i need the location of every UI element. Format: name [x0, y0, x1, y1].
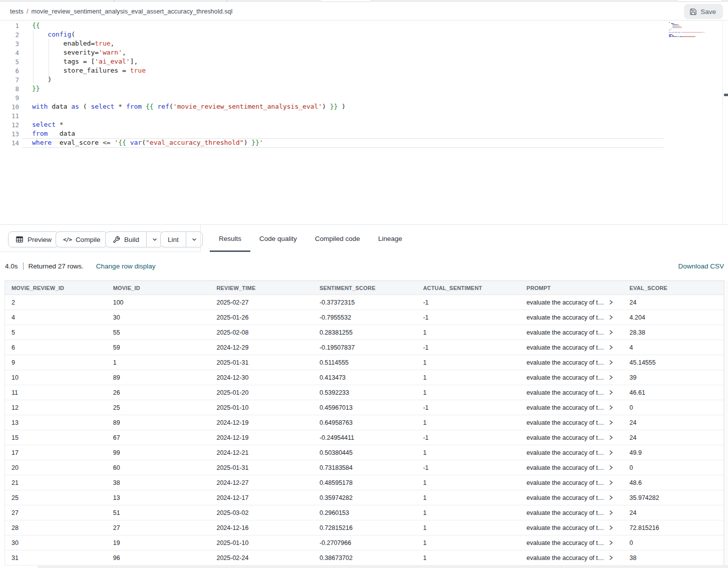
expand-prompt-chevron-icon[interactable] [608, 465, 614, 470]
lint-button[interactable]: Lint [160, 231, 203, 247]
table-header-row: MOVIE_REVIEW_IDMOVIE_IDREVIEW_TIMESENTIM… [5, 281, 723, 295]
expand-prompt-chevron-icon[interactable] [608, 480, 614, 485]
code-line[interactable]: 8}} [0, 84, 345, 93]
code-line[interactable]: 1{{ [0, 21, 345, 30]
code-editor[interactable]: 1{{2 config(3 enabled=true,4 severity='w… [0, 21, 728, 224]
results-statusbar: 4.0s Returned 27 rows. Change row displa… [0, 251, 728, 280]
expand-prompt-chevron-icon[interactable] [608, 435, 614, 440]
table-row[interactable]: 20602025-01-310.73183584-1evaluate the a… [5, 460, 723, 475]
code-line[interactable]: 3 enabled=true, [0, 39, 345, 48]
code-line[interactable]: 13from data [0, 129, 345, 138]
code-line[interactable]: 5 tags = ['ai_eval'], [0, 57, 345, 66]
expand-prompt-chevron-icon[interactable] [608, 540, 614, 545]
cell-prompt: evaluate the accuracy of the res… [520, 374, 623, 381]
expand-prompt-chevron-icon[interactable] [608, 555, 614, 560]
chevron-down-icon [151, 236, 158, 243]
cell-movie_id: 55 [107, 329, 210, 336]
prompt-preview-text: evaluate the accuracy of the res… [527, 314, 606, 321]
table-row[interactable]: 21002025-02-27-0.37372315-1evaluate the … [5, 295, 723, 310]
cell-eval_score: 72.815216 [623, 524, 723, 531]
line-number: 10 [0, 103, 19, 111]
code-line[interactable]: 2 config( [0, 30, 345, 39]
cell-movie_review_id: 31 [5, 554, 107, 561]
cell-eval_score: 4 [623, 344, 723, 351]
ide-window: tests/movie_review_sentiment_analysis_ev… [0, 0, 728, 568]
code-line[interactable]: 6 store_failures = true [0, 66, 345, 75]
tab-code-quality[interactable]: Code quality [250, 225, 306, 252]
table-row[interactable]: 12252025-01-100.45967013-1evaluate the a… [5, 400, 723, 415]
cell-sentiment_score: 0.2960153 [313, 509, 417, 516]
expand-prompt-chevron-icon[interactable] [608, 405, 614, 410]
preview-button[interactable]: Preview [8, 231, 59, 247]
tab-lineage[interactable]: Lineage [369, 225, 411, 252]
cell-prompt: evaluate the accuracy of the res… [520, 449, 623, 456]
table-vertical-scrollbar[interactable] [724, 280, 728, 568]
cell-eval_score: 4.204 [623, 314, 723, 321]
cell-prompt: evaluate the accuracy of the res… [520, 344, 623, 351]
table-row[interactable]: 21382024-12-270.485951781evaluate the ac… [5, 475, 723, 490]
expand-prompt-chevron-icon[interactable] [608, 525, 614, 530]
cell-movie_review_id: 28 [5, 524, 107, 531]
table-row[interactable]: 10892024-12-300.4134731evaluate the accu… [5, 370, 723, 385]
table-row[interactable]: 25132024-12-170.359742821evaluate the ac… [5, 490, 723, 505]
cell-actual_sentiment: -1 [417, 404, 520, 411]
table-row[interactable]: 30192025-01-10-0.27079661evaluate the ac… [5, 535, 723, 550]
cell-actual_sentiment: -1 [417, 314, 520, 321]
breadcrumb-filename: movie_review_sentiment_analysis_eval_ass… [31, 8, 232, 15]
table-row[interactable]: 6592024-12-29-0.19507837-1evaluate the a… [5, 340, 723, 355]
editor-scrollbar[interactable] [722, 21, 728, 224]
table-row[interactable]: 17992024-12-210.503804451evaluate the ac… [5, 445, 723, 460]
expand-prompt-chevron-icon[interactable] [608, 330, 614, 335]
lint-dropdown-toggle[interactable] [186, 232, 202, 247]
expand-prompt-chevron-icon[interactable] [608, 315, 614, 320]
editor-minimap[interactable] [669, 22, 716, 38]
expand-prompt-chevron-icon[interactable] [608, 495, 614, 500]
table-row[interactable]: 11262025-01-200.53922331evaluate the acc… [5, 385, 723, 400]
table-row[interactable]: 31962025-02-240.386737021evaluate the ac… [5, 550, 723, 565]
tab-compiled-code[interactable]: Compiled code [306, 225, 369, 252]
cell-prompt: evaluate the accuracy of the res… [520, 494, 623, 501]
line-number: 1 [0, 22, 19, 30]
cell-review_time: 2024-12-21 [210, 449, 313, 456]
breadcrumb-root[interactable]: tests [10, 8, 24, 15]
expand-prompt-chevron-icon[interactable] [608, 300, 614, 305]
prompt-preview-text: evaluate the accuracy of the res… [527, 509, 606, 516]
code-line[interactable]: 4 severity='warn', [0, 48, 345, 57]
change-row-display-link[interactable]: Change row display [96, 262, 156, 270]
cell-movie_id: 100 [107, 299, 210, 306]
code-line[interactable]: 9 [0, 93, 345, 102]
build-button[interactable]: Build [105, 231, 163, 247]
cell-eval_score: 0 [623, 539, 723, 546]
expand-prompt-chevron-icon[interactable] [608, 390, 614, 395]
code-line[interactable]: 12select * [0, 120, 345, 129]
cell-review_time: 2025-01-26 [210, 314, 313, 321]
expand-prompt-chevron-icon[interactable] [608, 345, 614, 350]
table-row[interactable]: 912025-01-310.51145551evaluate the accur… [5, 355, 723, 370]
download-csv-link[interactable]: Download CSV [678, 262, 724, 270]
expand-prompt-chevron-icon[interactable] [608, 510, 614, 515]
table-row[interactable]: 27512025-03-020.29601531evaluate the acc… [5, 505, 723, 520]
expand-prompt-chevron-icon[interactable] [608, 360, 614, 365]
table-row[interactable]: 4302025-01-26-0.7955532-1evaluate the ac… [5, 310, 723, 325]
cell-movie_id: 30 [107, 314, 210, 321]
cell-actual_sentiment: -1 [417, 299, 520, 306]
table-row[interactable]: 15672024-12-19-0.24954411-1evaluate the … [5, 430, 723, 445]
code-line[interactable]: 14where eval_score <= '{{ var("eval_accu… [0, 138, 345, 147]
table-horizontal-scrollbar[interactable] [38, 565, 728, 568]
compile-button[interactable]: </> Compile [56, 231, 108, 247]
prompt-preview-text: evaluate the accuracy of the res… [527, 329, 606, 336]
code-line[interactable]: 10with data as ( select * from {{ ref('m… [0, 102, 345, 111]
table-row[interactable]: 13892024-12-190.649587631evaluate the ac… [5, 415, 723, 430]
expand-prompt-chevron-icon[interactable] [608, 420, 614, 425]
table-row[interactable]: 5552025-02-080.283812551evaluate the acc… [5, 325, 723, 340]
cell-sentiment_score: 0.73183584 [313, 464, 417, 471]
expand-prompt-chevron-icon[interactable] [608, 375, 614, 380]
code-line[interactable]: 11 [0, 111, 345, 120]
table-row[interactable]: 28272024-12-160.728152161evaluate the ac… [5, 520, 723, 535]
cell-movie_review_id: 5 [5, 329, 107, 336]
save-button[interactable]: Save [684, 4, 723, 19]
cell-movie_review_id: 27 [5, 509, 107, 516]
tab-results[interactable]: Results [210, 225, 250, 252]
expand-prompt-chevron-icon[interactable] [608, 450, 614, 455]
code-line[interactable]: 7 ) [0, 75, 345, 84]
